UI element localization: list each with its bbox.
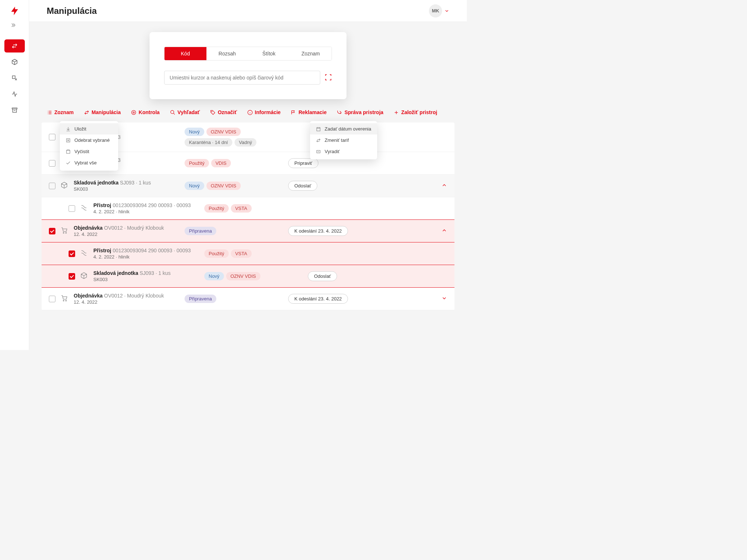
search-tab-rozsah[interactable]: Rozsah: [206, 47, 248, 60]
row-badges: PoužitýVSTA: [204, 249, 303, 258]
badge: OZNV VDIS: [206, 128, 241, 136]
row-badges: PoužitýVDIS: [185, 159, 283, 167]
row-checkbox[interactable]: [69, 250, 75, 257]
list-row[interactable]: Objednávka OV0012 · Moudrý Klobouk12. 4.…: [42, 219, 454, 242]
svg-point-11: [63, 300, 64, 301]
row-checkbox[interactable]: [49, 160, 55, 167]
badge: VDIS: [211, 159, 231, 167]
nav-box[interactable]: [4, 55, 25, 69]
svg-point-2: [170, 110, 174, 113]
toolbar-reklamacie[interactable]: Reklamacie: [291, 109, 326, 115]
row-badges: PoužitýVSTA: [204, 204, 303, 213]
chevron-down-icon[interactable]: [441, 295, 447, 302]
row-badges: NovýOZNV VDISKaranténa · 14 dníVadný: [185, 128, 283, 147]
sidebar-expand-button[interactable]: [11, 22, 18, 29]
sprava-dropdown: Zadať dátum overenia Zmeniť tarif Vyradi…: [310, 121, 377, 159]
row-action-button[interactable]: K odeslání 23. 4. 2022: [288, 226, 348, 236]
row-content: Přístroj 001230093094 290 00093 · 000934…: [93, 202, 199, 214]
toolbar-oznacit[interactable]: Označiť: [210, 109, 237, 115]
search-tabs: Kód Rozsah Štítok Zoznam: [164, 47, 332, 61]
cart-icon: [61, 227, 69, 235]
row-checkbox[interactable]: [69, 205, 75, 212]
svg-rect-6: [66, 150, 70, 153]
search-card: Kód Rozsah Štítok Zoznam: [150, 32, 347, 99]
menu-odebrat[interactable]: Odebrat vybrané: [60, 135, 118, 146]
badge: Použitý: [204, 249, 229, 258]
list-row[interactable]: Přístroj 001230093094 290 00093 · 000934…: [42, 197, 454, 220]
avatar: MK: [429, 4, 442, 18]
svg-point-10: [66, 232, 67, 233]
nav-edit[interactable]: [4, 71, 25, 85]
toolbar: Zoznam Manipulácia Kontrola Vyhľadať Ozn…: [29, 109, 467, 115]
search-tab-stitok[interactable]: Štítok: [248, 47, 290, 60]
sidebar: [0, 0, 29, 350]
row-action-button[interactable]: K odeslání 23. 4. 2022: [288, 294, 348, 304]
search-tab-zoznam[interactable]: Zoznam: [290, 47, 332, 60]
toolbar-informacie[interactable]: Informácie: [247, 109, 281, 115]
list-row[interactable]: Objednávka OV0012 · Moudrý Klobouk12. 4.…: [42, 288, 454, 310]
svg-point-9: [63, 232, 64, 233]
row-action-button[interactable]: Pripraviť: [288, 158, 318, 168]
row-checkbox[interactable]: [49, 228, 55, 234]
badge: Použitý: [185, 159, 209, 167]
badge: Nový: [204, 272, 224, 280]
svg-rect-7: [317, 127, 320, 131]
badge: VSTA: [231, 249, 252, 258]
menu-zadat-datum[interactable]: Zadať dátum overenia: [310, 123, 377, 135]
row-badges: Připravena: [185, 227, 283, 235]
chevron-up-icon[interactable]: [441, 182, 447, 189]
toolbar-zoznam[interactable]: Zoznam: [47, 109, 74, 115]
badge: Nový: [185, 128, 204, 136]
row-checkbox[interactable]: [49, 134, 55, 140]
badge: OZNV VDIS: [226, 272, 260, 280]
row-checkbox[interactable]: [49, 296, 55, 302]
badge: OZNV VDIS: [206, 182, 241, 190]
list-row[interactable]: Přístroj 001230093094 290 00093 · 000934…: [42, 242, 454, 265]
row-content: Přístroj 001230093094 290 00093 · 000934…: [93, 248, 199, 260]
svg-point-1: [133, 112, 135, 113]
toolbar-sprava[interactable]: Správa pristroja: [337, 109, 383, 115]
nav-archive[interactable]: [4, 104, 25, 117]
row-content: Objednávka OV0012 · Moudrý Klobouk12. 4.…: [74, 225, 179, 237]
device-icon: [80, 249, 88, 258]
badge: Připravena: [185, 227, 216, 235]
toolbar-kontrola[interactable]: Kontrola: [131, 109, 160, 115]
list-row[interactable]: Skladová jednotka SJ093 · 1 kusSK003Nový…: [42, 265, 454, 288]
barcode-input[interactable]: [164, 71, 320, 85]
menu-vyradit[interactable]: Vyradiť: [310, 146, 377, 157]
row-content: Skladová jednotka SJ093 · 1 kusSK003: [93, 270, 199, 282]
menu-vycistit[interactable]: Vyčistit: [60, 146, 118, 157]
box-icon: [61, 182, 69, 190]
row-badges: NovýOZNV VDIS: [185, 182, 283, 190]
svg-point-12: [66, 300, 67, 301]
chevron-up-icon[interactable]: [441, 228, 447, 234]
menu-zmenit-tarif[interactable]: Zmeniť tarif: [310, 135, 377, 146]
box-icon: [80, 272, 88, 280]
list-row[interactable]: Skladová jednotka SJ093 · 1 kusSK003Nový…: [42, 175, 454, 197]
user-menu[interactable]: MK: [429, 4, 449, 18]
svg-point-3: [212, 111, 212, 112]
row-action-button[interactable]: Odoslať: [308, 271, 337, 281]
scan-icon[interactable]: [325, 74, 332, 82]
badge: Nový: [185, 182, 204, 190]
header: Manipulácia MK: [29, 0, 467, 22]
cart-icon: [61, 295, 69, 303]
row-checkbox[interactable]: [69, 273, 75, 280]
nav-pulse[interactable]: [4, 88, 25, 101]
toolbar-manipulacia[interactable]: Manipulácia: [84, 109, 121, 115]
menu-vybrat-vse[interactable]: Vybrat vše: [60, 157, 118, 168]
row-badges: NovýOZNV VDIS: [204, 272, 303, 280]
nav-swap[interactable]: [4, 39, 25, 52]
row-checkbox[interactable]: [49, 183, 55, 189]
row-content: Skladová jednotka SJ093 · 1 kusSK003: [74, 180, 179, 192]
svg-point-0: [132, 110, 136, 114]
search-tab-kod[interactable]: Kód: [165, 47, 206, 60]
badge: VSTA: [231, 204, 252, 213]
toolbar-vyhladat[interactable]: Vyhľadať: [170, 109, 200, 115]
toolbar-zalozit[interactable]: Založiť pristroj: [394, 109, 437, 115]
menu-ulozit[interactable]: Uložit: [60, 123, 118, 135]
row-badges: Připravena: [185, 295, 283, 303]
badge: Použitý: [204, 204, 229, 213]
manipulacia-dropdown: Uložit Odebrat vybrané Vyčistit Vybrat v…: [60, 121, 118, 171]
row-action-button[interactable]: Odoslať: [288, 181, 317, 191]
